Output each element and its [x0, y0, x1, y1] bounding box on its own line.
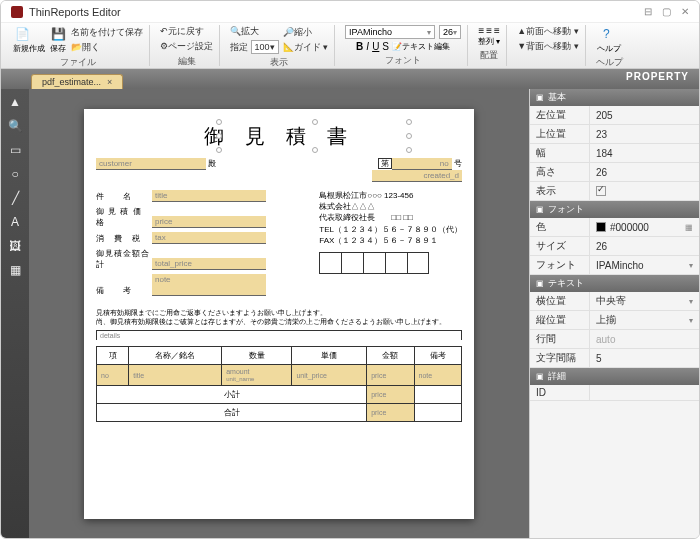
save-icon[interactable]: 💾	[49, 25, 67, 43]
field-no[interactable]: no	[392, 158, 452, 170]
field-note[interactable]: note	[152, 274, 266, 296]
app-logo	[11, 6, 23, 18]
new-icon[interactable]: 📄	[13, 25, 31, 43]
field-price[interactable]: price	[152, 216, 266, 228]
text-tool[interactable]: A	[7, 215, 23, 229]
select-tool[interactable]: ▲	[7, 95, 23, 109]
list-tool[interactable]: ▦	[7, 263, 23, 277]
prop-font-select[interactable]: IPAMincho▾	[590, 256, 699, 274]
save-as-button[interactable]: 名前を付けて保存	[71, 26, 143, 39]
canvas[interactable]: 御 見 積 書 customer 殿 第no 号 created_d 件 名ti…	[29, 89, 529, 538]
font-select[interactable]: IPAMincho▾	[345, 25, 435, 39]
prop-show-checkbox[interactable]	[596, 186, 606, 196]
page-settings-button[interactable]: ⚙ページ設定	[160, 40, 213, 53]
zoom-tool[interactable]: 🔍	[7, 119, 23, 133]
prop-height-input[interactable]: 26	[590, 163, 699, 181]
move-front-button[interactable]: ▲前面へ移動 ▾	[517, 25, 578, 38]
company-address: 島根県松江市○○○ 123-456株式会社△△△代表取締役社長 □□ □□ TE…	[319, 190, 462, 300]
align-left-icon[interactable]: ≡	[478, 25, 484, 36]
rect-tool[interactable]: ▭	[7, 143, 23, 157]
field-tax[interactable]: tax	[152, 232, 266, 244]
prop-left-input[interactable]: 205	[590, 106, 699, 124]
prop-top-input[interactable]: 23	[590, 125, 699, 143]
prop-width-input[interactable]: 184	[590, 144, 699, 162]
open-button[interactable]: 📂開く	[71, 41, 143, 54]
guide-button[interactable]: 📐ガイド ▾	[283, 41, 329, 54]
close-icon[interactable]: ✕	[681, 6, 689, 17]
field-title[interactable]: title	[152, 190, 266, 202]
property-header: PROPERTY	[626, 71, 689, 82]
align-right-icon[interactable]: ≡	[494, 25, 500, 36]
ribbon: 📄新規作成 💾保存 名前を付けて保存 📂開く ファイル ↶元に戻す ⚙ページ設定…	[1, 23, 699, 69]
page: 御 見 積 書 customer 殿 第no 号 created_d 件 名ti…	[84, 109, 474, 519]
zoom-select[interactable]: 100 ▾	[251, 40, 279, 54]
prop-color-input[interactable]: #000000▦	[590, 218, 699, 236]
ellipse-tool[interactable]: ○	[7, 167, 23, 181]
field-created[interactable]: created_d	[372, 170, 462, 182]
move-back-button[interactable]: ▼背面へ移動 ▾	[517, 40, 578, 53]
left-toolbar: ▲ 🔍 ▭ ○ ╱ A 🖼 ▦	[1, 89, 29, 538]
field-total[interactable]: total_price	[152, 258, 266, 270]
undo-button[interactable]: ↶元に戻す	[160, 25, 213, 38]
prop-letterspacing-input[interactable]: 5	[590, 349, 699, 367]
zoom-in-button[interactable]: 🔍拡大	[230, 25, 279, 38]
prop-id-input[interactable]	[590, 385, 699, 400]
align-button[interactable]: 整列 ▾	[478, 36, 500, 47]
line-tool[interactable]: ╱	[7, 191, 23, 205]
bold-button[interactable]: B	[356, 41, 363, 52]
tab-close-icon[interactable]: ×	[107, 77, 112, 87]
details-table[interactable]: 項名称／銘名数量単価金額備考 notitleamountunit_nameuni…	[96, 346, 462, 422]
italic-button[interactable]: I	[366, 41, 369, 52]
strike-button[interactable]: S	[382, 41, 389, 52]
prop-size-input[interactable]: 26	[590, 237, 699, 255]
app-title: ThinReports Editor	[29, 6, 121, 18]
font-size-select[interactable]: 26▾	[439, 25, 461, 39]
align-center-icon[interactable]: ≡	[486, 25, 492, 36]
document-tab[interactable]: pdf_estimate...×	[31, 74, 123, 89]
minimize-icon[interactable]: ⊟	[644, 6, 652, 17]
text-edit-button[interactable]: 📝テキスト編集	[392, 41, 450, 52]
image-tool[interactable]: 🖼	[7, 239, 23, 253]
note-text: 見積有効期限までにご用命ご返事くださいますようお願い申し上げます。尚、御見積有効…	[96, 308, 462, 326]
field-customer[interactable]: customer	[96, 158, 206, 170]
seal-boxes	[319, 252, 462, 274]
prop-valign-select[interactable]: 上揃▾	[590, 311, 699, 329]
help-icon[interactable]: ?	[597, 25, 615, 43]
property-panel: 基本 左位置205 上位置23 幅184 高さ26 表示 フォント 色#0000…	[529, 89, 699, 538]
prop-lineheight-input[interactable]: auto	[590, 330, 699, 348]
zoom-out-button[interactable]: 🔎縮小	[283, 26, 329, 39]
maximize-icon[interactable]: ▢	[662, 6, 671, 17]
prop-halign-select[interactable]: 中央寄▾	[590, 292, 699, 310]
underline-button[interactable]: U	[372, 41, 379, 52]
